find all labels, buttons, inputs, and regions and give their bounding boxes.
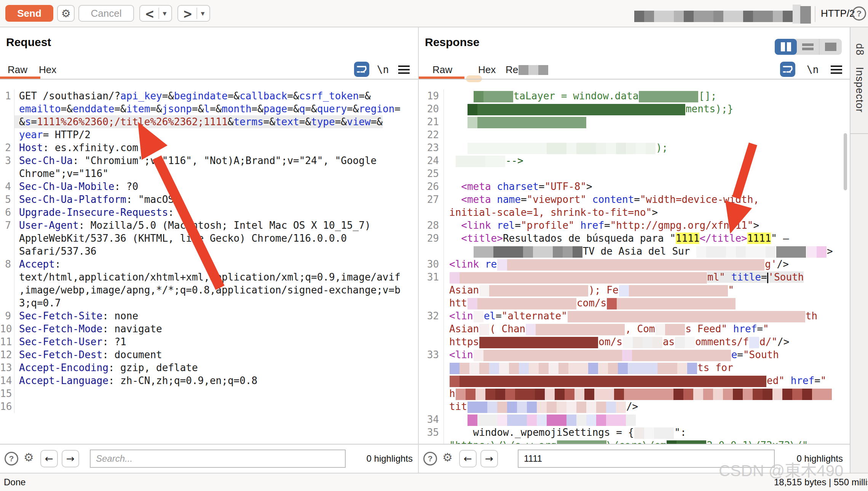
history-back-button[interactable]: < ▼ <box>139 5 172 22</box>
layout-columns-button[interactable] <box>775 39 797 55</box>
code-line[interactable]: 10Sec-Fetch-Mode: navigate <box>0 322 418 335</box>
code-line[interactable]: 20 ments);} <box>419 102 850 115</box>
request-tab-raw[interactable]: Raw <box>8 64 27 76</box>
code-line[interactable]: Asian( Chan, Coms Feed" href=" <box>419 322 850 335</box>
code-line[interactable]: 16 <box>0 400 418 413</box>
code-line[interactable]: 22 <box>419 128 850 141</box>
newline-toggle-icon[interactable]: \n <box>377 64 389 75</box>
line-number: 32 <box>419 309 444 322</box>
code-line[interactable]: 14Accept-Language: zh-CN,zh;q=0.9,en;q=0… <box>0 374 418 387</box>
chevron-down-icon[interactable]: ▼ <box>163 11 167 16</box>
code-line[interactable]: text/html,application/xhtml+xml,applicat… <box>0 271 418 284</box>
scrollbar-thumb[interactable] <box>844 133 847 190</box>
code-line[interactable]: initial-scale=1, shrink-to-fit=no"> <box>419 206 850 219</box>
help-icon[interactable]: ? <box>5 452 18 465</box>
code-line[interactable]: 29 <title>Resultados de búsqueda para "1… <box>419 232 850 245</box>
code-line[interactable]: 33<line="South <box>419 348 850 361</box>
history-forward-button[interactable]: > ▼ <box>177 5 210 22</box>
line-number: 3 <box>0 154 14 167</box>
line-number <box>419 335 444 348</box>
code-line[interactable]: TV de Asia del Sur > <box>419 245 850 258</box>
active-tab-underline <box>419 77 464 79</box>
code-line[interactable]: 9Sec-Fetch-Site: none <box>0 309 418 322</box>
inspector-sidebar[interactable]: d8 Inspector <box>850 27 868 473</box>
chevron-down-icon[interactable]: ▼ <box>201 11 205 16</box>
send-button[interactable]: Send <box>5 5 53 22</box>
code-line[interactable]: 31ml" title='South <box>419 271 850 284</box>
code-line[interactable]: 12Sec-Fetch-Dest: document <box>0 348 418 361</box>
code-line[interactable]: 4Sec-Ch-Ua-Mobile: ?0 <box>0 180 418 193</box>
code-line[interactable]: year= HTTP/2 <box>0 128 418 141</box>
newline-toggle-icon[interactable]: \n <box>807 64 819 75</box>
code-line[interactable]: Safari/537.36 <box>0 245 418 258</box>
code-line[interactable]: h <box>419 387 850 400</box>
code-line[interactable]: 24 --> <box>419 154 850 167</box>
code-line[interactable]: 13Accept-Encoding: gzip, deflate <box>0 361 418 374</box>
word-wrap-icon[interactable] <box>780 62 795 77</box>
line-number <box>419 284 444 297</box>
request-editor[interactable]: 1GET /southasian/?api_key=&begindate=&ca… <box>0 80 418 445</box>
code-line[interactable]: 3;q=0.7 <box>0 297 418 309</box>
code-line[interactable]: 28 <link rel="profile" href="http://gmpg… <box>419 219 850 232</box>
inspector-label[interactable]: Inspector <box>854 67 865 113</box>
help-icon[interactable]: ? <box>852 6 866 21</box>
response-editor[interactable]: 19 taLayer = window.data[];20 ments);}21… <box>419 80 850 445</box>
code-line[interactable]: emailto=&enddate=&item=&jsonp=&l=&month=… <box>0 102 418 115</box>
search-input[interactable] <box>90 450 346 468</box>
line-number <box>0 102 14 115</box>
code-line[interactable]: 34 <box>419 413 850 426</box>
code-line[interactable]: 19 taLayer = window.data[]; <box>419 89 850 102</box>
code-line[interactable]: 27 <meta name="viewport" content="width=… <box>419 193 850 206</box>
line-number <box>419 245 444 258</box>
code-line[interactable]: ,image/webp,image/apng,*/*;q=0.8,applica… <box>0 284 418 297</box>
code-line[interactable]: 23 ); <box>419 141 850 154</box>
response-tab-hex[interactable]: Hex <box>478 64 496 76</box>
code-line[interactable]: ed" href=" <box>419 374 850 387</box>
code-line[interactable]: ts for <box>419 361 850 374</box>
code-line[interactable]: httpsom/sasomments/fd/"/> <box>419 335 850 348</box>
word-wrap-icon[interactable] <box>354 62 369 77</box>
search-next-button[interactable]: → <box>480 450 498 467</box>
line-number: 20 <box>419 102 444 115</box>
code-line[interactable]: 30<link reg'/> <box>419 258 850 271</box>
response-title: Response <box>425 36 479 49</box>
code-line[interactable]: &s=1111%26%2360;/title%26%2362;1111&term… <box>0 115 418 128</box>
code-line[interactable]: 15 <box>0 387 418 400</box>
code-line[interactable]: Chrome";v="116" <box>0 167 418 180</box>
code-line[interactable]: 1GET /southasian/?api_key=&begindate=&ca… <box>0 89 418 102</box>
code-line[interactable]: 11Sec-Fetch-User: ?1 <box>0 335 418 348</box>
search-prev-button[interactable]: ← <box>40 450 58 467</box>
response-metrics: 18,515 bytes | 550 millis <box>774 473 868 491</box>
search-prev-button[interactable]: ← <box>459 450 477 467</box>
code-line[interactable]: tit/> <box>419 400 850 413</box>
request-tab-hex[interactable]: Hex <box>39 64 56 76</box>
code-line[interactable]: 6Upgrade-Insecure-Requests: 1 <box>0 206 418 219</box>
code-line[interactable]: 5Sec-Ch-Ua-Platform: "macOS" <box>0 193 418 206</box>
search-next-button[interactable]: → <box>62 450 79 467</box>
menu-icon[interactable] <box>398 65 410 76</box>
response-tab-render[interactable]: Re <box>506 64 549 76</box>
code-line[interactable]: 35 window._wpemojiSettings = {": <box>419 426 850 439</box>
code-line[interactable]: 25 <box>419 167 850 180</box>
code-line[interactable]: 21 <box>419 115 850 128</box>
cancel-button[interactable]: Cancel <box>78 5 134 22</box>
gear-icon[interactable]: ⚙ <box>24 451 34 464</box>
code-line[interactable]: httcom/s <box>419 297 850 309</box>
menu-icon[interactable] <box>831 65 842 76</box>
code-line[interactable]: 2Host: es.xfinity.com <box>0 141 418 154</box>
code-line[interactable]: Asian); Fe" <box>419 284 850 297</box>
response-tab-raw[interactable]: Raw <box>432 64 452 76</box>
code-line[interactable]: 8Accept: <box>0 258 418 271</box>
code-line[interactable]: 7User-Agent: Mozilla/5.0 (Macintosh; Int… <box>0 219 418 232</box>
code-line[interactable]: 32<linel="alternate"th <box>419 309 850 322</box>
code-line[interactable]: AppleWebKit/537.36 (KHTML, like Gecko) C… <box>0 232 418 245</box>
code-line[interactable]: 3Sec-Ch-Ua: "Chromium";v="116", "Not)A;B… <box>0 154 418 167</box>
help-icon[interactable]: ? <box>423 452 437 465</box>
code-line[interactable]: 26 <meta charset="UTF-8"> <box>419 180 850 193</box>
layout-rows-button[interactable] <box>797 39 820 55</box>
request-settings-button[interactable]: ⚙ <box>57 5 75 22</box>
http-version-label[interactable]: HTTP/2 <box>821 0 855 27</box>
layout-single-button[interactable] <box>820 39 842 55</box>
search-input[interactable] <box>518 450 775 468</box>
gear-icon[interactable]: ⚙ <box>442 451 453 464</box>
